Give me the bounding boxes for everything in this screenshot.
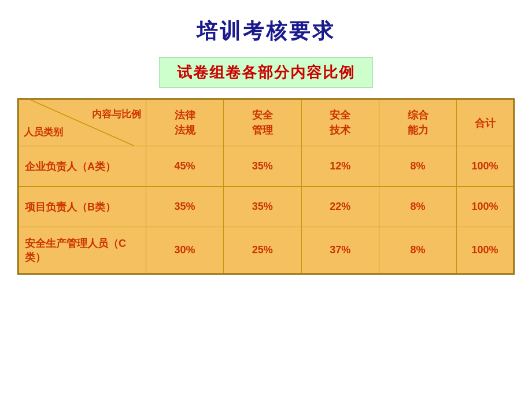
cell-c-law: 30% bbox=[146, 227, 223, 274]
table-row: 项目负责人（B类） 35% 35% 22% 8% 100% bbox=[19, 187, 513, 227]
table-row: 安全生产管理人员（C类） 30% 25% 37% 8% 100% bbox=[19, 227, 513, 274]
col-header-mgmt: 安全管理 bbox=[224, 100, 301, 146]
cell-b-total: 100% bbox=[457, 187, 513, 227]
cell-a-total: 100% bbox=[457, 146, 513, 187]
corner-bottom-label: 人员类别 bbox=[24, 123, 141, 139]
cell-b-comp: 8% bbox=[379, 187, 456, 227]
cell-c-mgmt: 25% bbox=[224, 227, 301, 274]
cell-a-tech: 12% bbox=[301, 146, 379, 187]
table-header-row: 内容与比例 人员类别 法律法规 安全管理 安全技术 综合能力 合计 bbox=[19, 100, 513, 146]
table-row: 企业负责人（A类） 45% 35% 12% 8% 100% bbox=[19, 146, 513, 187]
cell-c-comp: 8% bbox=[379, 227, 456, 274]
cell-b-mgmt: 35% bbox=[224, 187, 301, 227]
corner-top-label: 内容与比例 bbox=[24, 108, 141, 123]
cell-a-mgmt: 35% bbox=[224, 146, 301, 187]
cell-c-tech: 37% bbox=[301, 227, 379, 274]
subtitle-text: 试卷组卷各部分内容比例 bbox=[177, 64, 355, 81]
corner-cell: 内容与比例 人员类别 bbox=[19, 100, 146, 146]
main-table-wrapper: 内容与比例 人员类别 法律法规 安全管理 安全技术 综合能力 合计 企业负责人（… bbox=[17, 98, 515, 275]
cell-c-total: 100% bbox=[457, 227, 513, 274]
content-table: 内容与比例 人员类别 法律法规 安全管理 安全技术 综合能力 合计 企业负责人（… bbox=[19, 99, 513, 274]
page-title: 培训考核要求 bbox=[197, 17, 335, 46]
row-label-c: 安全生产管理人员（C类） bbox=[19, 227, 146, 274]
col-header-law: 法律法规 bbox=[146, 100, 223, 146]
cell-b-law: 35% bbox=[146, 187, 223, 227]
cell-a-comp: 8% bbox=[379, 146, 456, 187]
col-header-total: 合计 bbox=[457, 100, 513, 146]
cell-a-law: 45% bbox=[146, 146, 223, 187]
row-label-a: 企业负责人（A类） bbox=[19, 146, 146, 187]
col-header-tech: 安全技术 bbox=[301, 100, 379, 146]
row-label-b: 项目负责人（B类） bbox=[19, 187, 146, 227]
cell-b-tech: 22% bbox=[301, 187, 379, 227]
subtitle-box: 试卷组卷各部分内容比例 bbox=[159, 57, 373, 88]
col-header-comp: 综合能力 bbox=[379, 100, 456, 146]
